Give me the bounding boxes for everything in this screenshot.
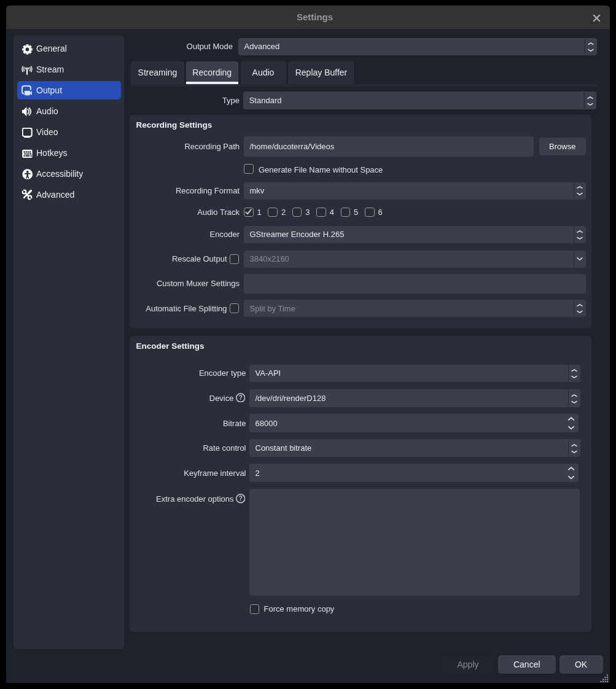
- svg-text:?: ?: [238, 394, 242, 401]
- svg-text:?: ?: [238, 495, 242, 502]
